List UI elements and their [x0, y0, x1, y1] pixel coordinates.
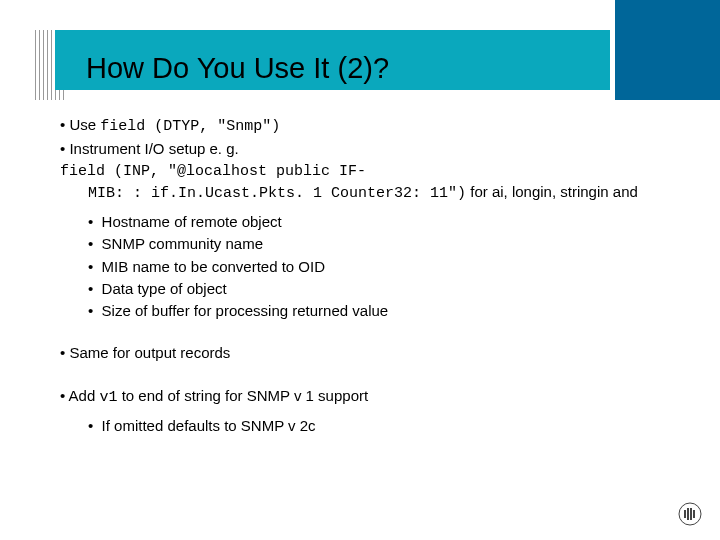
sub-bullet-v1-default-text: If omitted defaults to SNMP v 2c	[102, 417, 316, 434]
sub-bullet-buffer-text: Size of buffer for processing returned v…	[102, 302, 389, 319]
sub-bullet-community-text: SNMP community name	[102, 235, 263, 252]
sub-bullet-community: • SNMP community name	[88, 234, 660, 254]
sub-bullet-mib: • MIB name to be converted to OID	[88, 257, 660, 277]
bullet-add-v1: • Add v1 to end of string for SNMP v 1 s…	[60, 386, 660, 408]
bullet-add-v1-post: to end of string for SNMP v 1 support	[117, 387, 368, 404]
sub-bullet-datatype: • Data type of object	[88, 279, 660, 299]
slide-content: • Use field (DTYP, "Snmp") • Instrument …	[60, 115, 660, 438]
header-white-strip	[0, 0, 600, 30]
code-line-2: MIB: : if.In.Ucast.Pkts. 1 Counter32: 11…	[88, 185, 466, 202]
bullet-same-output-text: Same for output records	[69, 344, 230, 361]
sub-bullet-v1-default: • If omitted defaults to SNMP v 2c	[88, 416, 660, 436]
bullet-instrument-io-text: Instrument I/O setup e. g.	[65, 140, 238, 157]
svg-rect-4	[693, 510, 695, 518]
bullet-use-field-code: field (DTYP, "Snmp")	[100, 118, 280, 135]
code-line-1: field (INP, "@localhost public IF-	[60, 162, 660, 182]
svg-rect-3	[690, 508, 692, 520]
sub-bullet-v1-default-row: • If omitted defaults to SNMP v 2c	[88, 416, 660, 436]
sub-bullet-mib-text: MIB name to be converted to OID	[102, 258, 325, 275]
bullet-add-v1-pre: Add	[69, 387, 100, 404]
logo-icon	[678, 502, 702, 526]
code-line-2-wrap: MIB: : if.In.Ucast.Pkts. 1 Counter32: 11…	[60, 182, 660, 204]
sub-bullet-hostname-text: Hostname of remote object	[102, 213, 282, 230]
bullet-same-output: • Same for output records	[60, 343, 660, 363]
sub-bullet-datatype-text: Data type of object	[102, 280, 227, 297]
header-blue-block	[615, 0, 720, 100]
header-band: How Do You Use It (2)?	[0, 0, 720, 100]
bullet-add-v1-code: v1	[99, 389, 117, 406]
bullet-instrument-io: • Instrument I/O setup e. g.	[60, 139, 660, 159]
code-tail: for ai, longin, stringin and	[466, 183, 638, 200]
bullet-use-field: • Use field (DTYP, "Snmp")	[60, 115, 660, 137]
code-block: field (INP, "@localhost public IF- MIB: …	[60, 162, 660, 205]
svg-rect-1	[684, 510, 686, 518]
bullet-use-field-pre: Use	[69, 116, 100, 133]
svg-rect-2	[687, 508, 689, 520]
slide-title: How Do You Use It (2)?	[86, 52, 389, 85]
sub-bullet-buffer: • Size of buffer for processing returned…	[88, 301, 660, 321]
sub-bullet-hostname: • Hostname of remote object	[88, 212, 660, 232]
sub-bullet-list: • Hostname of remote object • SNMP commu…	[88, 212, 660, 321]
